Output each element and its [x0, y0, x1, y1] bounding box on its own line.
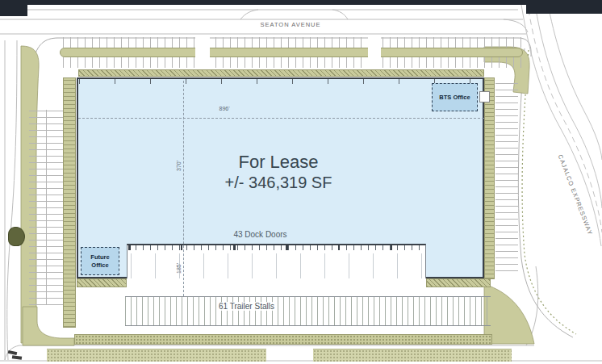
dock-doors-label: 43 Dock Doors	[194, 230, 327, 239]
landscape-verge-south-left	[47, 349, 266, 362]
landscape-strip-west	[63, 77, 76, 328]
expressway-lines	[520, 0, 602, 246]
lease-title: For Lease	[161, 152, 395, 173]
driveway-gap	[195, 36, 210, 69]
landscape-strip-north	[78, 69, 484, 77]
landscape-strip-south-east	[426, 278, 491, 287]
tree-symbol	[8, 227, 25, 246]
trailer-stalls-label: 61 Trailer Stalls	[216, 302, 277, 311]
top-left-block	[0, 0, 27, 16]
top-border-bar	[0, 0, 602, 5]
future-office: Future Office	[81, 247, 119, 275]
top-right-block	[526, 0, 602, 14]
dock-door-ticks	[128, 245, 426, 250]
building-column-ticks	[79, 79, 482, 84]
trailer-stalls-text: 61 Trailer Stalls	[216, 302, 277, 311]
dimension-line-width	[78, 118, 484, 119]
lease-area: +/- 346,319 SF	[161, 173, 395, 192]
parking-island-top	[60, 48, 523, 57]
landscape-verge-south-right	[313, 349, 512, 362]
landscape-band-south	[74, 334, 492, 345]
utility-pad	[479, 91, 490, 103]
site-plan: 896' 370' 185' For Lease +/- 346,319 SF …	[0, 0, 602, 364]
dimension-truck-court: 185'	[176, 257, 182, 280]
seaton-avenue-label: SEATON AVENUE	[242, 21, 339, 28]
future-office-label: Future Office	[86, 253, 114, 269]
lease-text: For Lease +/- 346,319 SF	[161, 152, 395, 192]
trailer-stalls	[125, 296, 491, 326]
dock-bay-lines	[131, 253, 424, 278]
parking-stalls-top-upper	[63, 37, 521, 48]
landscape-strip-east	[484, 77, 495, 279]
dock-notch	[127, 244, 426, 278]
bts-office-label: BTS Office	[439, 94, 470, 101]
parking-stalls-top-lower	[63, 57, 521, 68]
dimension-building-width: 896'	[207, 106, 242, 111]
bts-office: BTS Office	[432, 83, 478, 111]
driveway-gap	[368, 36, 381, 69]
parking-stalls-east	[495, 81, 518, 271]
landscape-strip-south-west	[77, 278, 127, 287]
parking-divider-west	[46, 110, 47, 305]
